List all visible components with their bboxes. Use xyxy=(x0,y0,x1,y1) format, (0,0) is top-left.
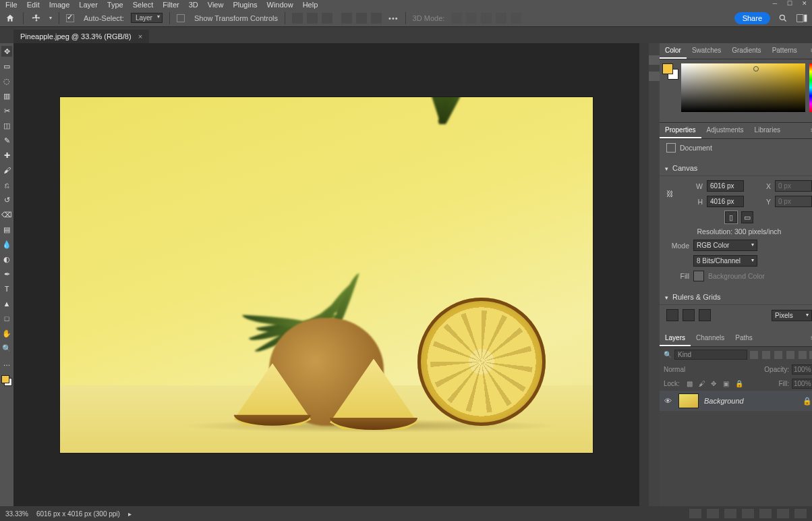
auto-select-checkbox[interactable] xyxy=(66,14,74,22)
tool-preset-chevron-icon[interactable]: ▾ xyxy=(49,15,52,21)
canvas-viewport[interactable] xyxy=(13,43,639,506)
menu-plugins[interactable]: Plugins xyxy=(233,1,257,9)
zoom-tool[interactable]: 🔍 xyxy=(1,343,12,354)
menu-layer[interactable]: Layer xyxy=(79,1,98,9)
panel-menu-icon[interactable]: ≡ xyxy=(805,123,812,138)
filter-type-icon[interactable] xyxy=(774,351,782,359)
search-icon[interactable] xyxy=(777,12,789,24)
vertical-scrollbar[interactable] xyxy=(639,43,649,506)
layer-name-label[interactable]: Background xyxy=(704,397,744,405)
new-layer-icon[interactable] xyxy=(777,509,789,518)
align-center-h-icon[interactable] xyxy=(307,13,318,24)
foreground-color-swatch[interactable] xyxy=(1,375,9,383)
tab-libraries[interactable]: Libraries xyxy=(749,123,786,138)
crop-tool[interactable]: ✂ xyxy=(1,105,12,116)
move-tool-icon[interactable] xyxy=(30,12,42,24)
tab-color[interactable]: Color xyxy=(660,43,687,59)
color-field[interactable] xyxy=(681,63,805,112)
width-input[interactable]: 6016 px xyxy=(707,180,744,192)
filter-toggle-icon[interactable] xyxy=(809,351,812,359)
layer-style-icon[interactable] xyxy=(707,509,719,518)
menu-window[interactable]: Window xyxy=(267,1,293,9)
object-select-tool[interactable]: ▥ xyxy=(1,90,12,101)
maximize-icon[interactable]: ☐ xyxy=(785,0,794,7)
tab-layers[interactable]: Layers xyxy=(660,331,691,346)
lasso-tool[interactable]: ◌ xyxy=(1,76,12,86)
menu-help[interactable]: Help xyxy=(303,1,318,9)
layer-fill-input[interactable]: 100% xyxy=(792,379,812,389)
fill-swatch[interactable] xyxy=(693,271,704,281)
3d-roll-icon[interactable] xyxy=(466,13,477,24)
align-bottom-icon[interactable] xyxy=(371,13,382,24)
eyedropper-tool[interactable]: ✎ xyxy=(1,135,12,146)
move-tool[interactable]: ✥ xyxy=(1,46,12,57)
filter-smartobj-icon[interactable] xyxy=(799,351,807,359)
align-center-v-icon[interactable] xyxy=(356,13,367,24)
tab-properties[interactable]: Properties xyxy=(660,123,701,138)
menu-type[interactable]: Type xyxy=(107,1,123,9)
layer-mask-icon[interactable] xyxy=(724,509,736,518)
group-icon[interactable] xyxy=(759,509,772,518)
layer-lock-icon[interactable]: 🔒 xyxy=(803,397,812,406)
ruler-units-dropdown[interactable]: Pixels xyxy=(772,310,812,321)
close-tab-icon[interactable]: × xyxy=(138,32,142,40)
fg-swatch[interactable] xyxy=(662,63,673,74)
menu-filter[interactable]: Filter xyxy=(163,1,179,9)
lock-all-icon[interactable]: 🔒 xyxy=(735,380,743,388)
orientation-portrait-button[interactable]: ▯ xyxy=(725,211,737,223)
pen-tool[interactable]: ✒ xyxy=(1,269,12,279)
color-swatch-tool[interactable] xyxy=(1,375,12,386)
doc-dimensions[interactable]: 6016 px x 4016 px (300 ppi) xyxy=(36,510,120,518)
history-panel-icon[interactable] xyxy=(649,55,660,65)
comments-panel-icon[interactable] xyxy=(649,72,660,81)
orientation-landscape-button[interactable]: ▭ xyxy=(741,211,753,223)
menu-view[interactable]: View xyxy=(208,1,224,9)
bit-depth-dropdown[interactable]: 8 Bits/Channel xyxy=(693,255,757,267)
menu-select[interactable]: Select xyxy=(133,1,154,9)
healing-brush-tool[interactable]: ✚ xyxy=(1,150,12,161)
menu-file[interactable]: File xyxy=(5,1,18,9)
eraser-tool[interactable]: ⌫ xyxy=(1,209,12,220)
fg-bg-swatch[interactable] xyxy=(662,63,677,118)
frame-tool[interactable]: ◫ xyxy=(1,120,12,131)
align-top-icon[interactable] xyxy=(341,13,352,24)
menu-3d[interactable]: 3D xyxy=(189,1,198,9)
workspace-switcher-icon[interactable] xyxy=(796,12,808,24)
brush-tool[interactable]: 🖌 xyxy=(1,165,12,175)
rectangle-tool[interactable]: □ xyxy=(1,313,12,324)
blend-mode-dropdown[interactable]: Normal xyxy=(664,366,761,373)
clone-stamp-tool[interactable]: ⎌ xyxy=(1,180,12,190)
canvas-section-header[interactable]: Canvas xyxy=(660,161,812,176)
lock-artboard-icon[interactable]: ▣ xyxy=(723,380,731,388)
adjustment-layer-icon[interactable] xyxy=(742,509,754,518)
history-brush-tool[interactable]: ↺ xyxy=(1,194,12,205)
tab-paths[interactable]: Paths xyxy=(730,331,758,346)
marquee-tool[interactable]: ▭ xyxy=(1,61,12,72)
close-icon[interactable]: ✕ xyxy=(800,0,809,7)
lock-pixels-icon[interactable]: 🖌 xyxy=(699,380,707,388)
gradient-tool[interactable]: ▤ xyxy=(1,224,12,235)
show-transform-checkbox[interactable] xyxy=(177,14,185,22)
hand-tool[interactable]: ✋ xyxy=(1,328,12,339)
blur-tool[interactable]: 💧 xyxy=(1,239,12,250)
menu-image[interactable]: Image xyxy=(49,1,70,9)
minimize-icon[interactable]: ─ xyxy=(770,0,780,7)
3d-zoom-icon[interactable] xyxy=(511,13,521,24)
auto-select-target-dropdown[interactable]: Layer xyxy=(131,13,163,23)
tab-adjustments[interactable]: Adjustments xyxy=(701,123,749,138)
panel-menu-icon[interactable]: ≡ xyxy=(805,331,812,346)
share-button[interactable]: Share xyxy=(734,12,770,24)
align-left-icon[interactable] xyxy=(292,13,303,24)
layer-thumbnail[interactable] xyxy=(678,393,699,408)
tab-channels[interactable]: Channels xyxy=(691,331,730,346)
home-icon[interactable] xyxy=(4,12,16,24)
filter-kind-icon[interactable]: 🔍 xyxy=(664,351,672,358)
height-input[interactable]: 4016 px xyxy=(707,196,744,207)
align-right-icon[interactable] xyxy=(322,13,332,24)
tab-gradients[interactable]: Gradients xyxy=(726,43,766,59)
document-canvas[interactable] xyxy=(60,97,593,453)
layer-visibility-icon[interactable]: 👁 xyxy=(662,397,673,405)
lock-transparency-icon[interactable]: ▩ xyxy=(687,380,695,388)
path-select-tool[interactable]: ▲ xyxy=(1,298,12,309)
delete-layer-icon[interactable] xyxy=(794,509,807,518)
